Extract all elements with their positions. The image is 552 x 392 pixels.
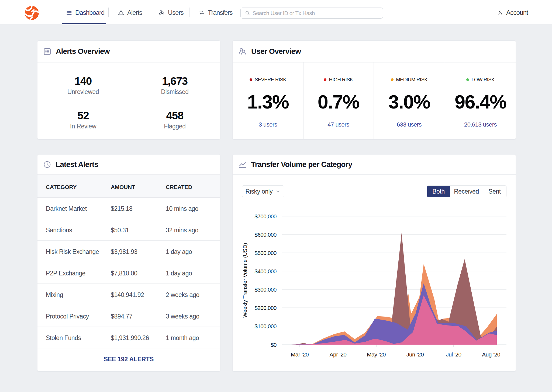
svg-text:$600,000: $600,000: [254, 232, 277, 238]
svg-text:$700,000: $700,000: [254, 213, 277, 219]
svg-text:Jun ’20: Jun ’20: [406, 351, 424, 358]
svg-text:Jul ’20: Jul ’20: [446, 351, 461, 358]
svg-text:Weekly Transfer Volume (USD): Weekly Transfer Volume (USD): [242, 243, 248, 318]
svg-text:$0: $0: [271, 342, 277, 348]
svg-text:Aug ’20: Aug ’20: [482, 351, 500, 358]
svg-text:Mar ’20: Mar ’20: [291, 351, 309, 358]
svg-text:$300,000: $300,000: [254, 286, 277, 293]
svg-text:$200,000: $200,000: [254, 305, 277, 311]
svg-text:$500,000: $500,000: [254, 250, 277, 256]
svg-text:May ’20: May ’20: [367, 351, 386, 358]
svg-text:$100,000: $100,000: [254, 323, 277, 329]
svg-text:Apr ’20: Apr ’20: [329, 351, 346, 358]
svg-text:$400,000: $400,000: [254, 268, 277, 274]
